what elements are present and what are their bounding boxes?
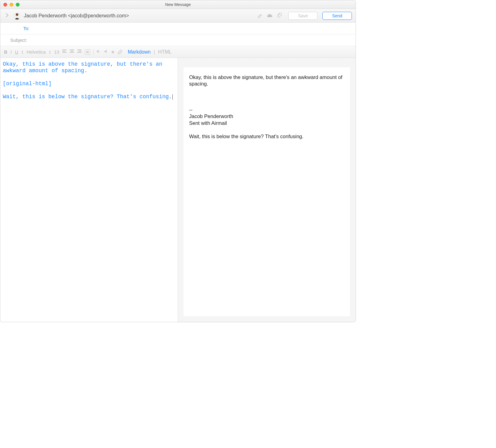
outdent-icon[interactable]: [97, 49, 101, 55]
send-button[interactable]: Send: [322, 12, 352, 20]
editor-line: Wait, this is below the signature? That'…: [3, 94, 173, 100]
save-button[interactable]: Save: [288, 12, 317, 20]
preview-paragraph: Okay, this is above the signature, but t…: [189, 74, 344, 87]
avatar[interactable]: [13, 12, 21, 20]
editor-line: Okay, this is above the signature, but t…: [3, 61, 166, 74]
format-toolbar: B I U ▲▼ Helvetica ▲▼ 13 Markdown | HTML: [0, 46, 356, 58]
italic-button[interactable]: I: [11, 49, 12, 55]
html-tab[interactable]: HTML: [158, 49, 172, 55]
svg-point-1: [16, 13, 18, 16]
size-stepper-icon[interactable]: ▲▼: [21, 50, 24, 54]
preview-content: Okay, this is above the signature, but t…: [184, 67, 350, 316]
window-titlebar: New Message: [0, 0, 356, 9]
link-icon[interactable]: [117, 49, 123, 55]
signature-separator: --: [189, 107, 344, 113]
align-center-icon[interactable]: [70, 49, 74, 55]
mode-separator: |: [154, 49, 155, 55]
chevron-right-icon[interactable]: [4, 12, 10, 19]
preview-paragraph: Wait, this is below the signature? That'…: [189, 133, 344, 140]
blockquote-icon[interactable]: [85, 49, 90, 55]
markdown-tab[interactable]: Markdown: [128, 49, 151, 55]
toolbar-divider: [93, 49, 94, 55]
from-address[interactable]: Jacob Penderworth <jacob@penderworth.com…: [24, 13, 129, 19]
to-label: To:: [5, 26, 29, 31]
subject-label: Subject:: [10, 37, 27, 43]
cloud-icon[interactable]: [267, 13, 273, 18]
attach-icon[interactable]: [277, 13, 282, 19]
minimize-button[interactable]: [10, 3, 13, 7]
bold-button[interactable]: B: [4, 49, 7, 55]
draft-icon[interactable]: [257, 13, 263, 19]
close-button[interactable]: [3, 3, 7, 7]
subject-row[interactable]: Subject:: [0, 34, 356, 46]
underline-button[interactable]: U: [15, 49, 18, 55]
font-size[interactable]: 13: [54, 49, 59, 55]
font-stepper-icon[interactable]: ▲▼: [49, 50, 51, 54]
align-left-icon[interactable]: [62, 49, 67, 55]
bullet-icon[interactable]: [112, 51, 114, 53]
preview-pane: Okay, this is above the signature, but t…: [178, 58, 356, 322]
font-selector[interactable]: Helvetica: [27, 49, 46, 55]
signature-client: Sent with Airmail: [189, 120, 344, 126]
signature-name: Jacob Penderworth: [189, 113, 344, 120]
indent-icon[interactable]: [104, 49, 108, 55]
traffic-lights: [3, 3, 20, 7]
zoom-button[interactable]: [16, 3, 20, 7]
markdown-editor[interactable]: Okay, this is above the signature, but t…: [0, 58, 178, 322]
align-right-icon[interactable]: [77, 49, 82, 55]
compose-header: Jacob Penderworth <jacob@penderworth.com…: [0, 9, 356, 23]
editor-line: [original-html]: [3, 81, 52, 87]
to-row[interactable]: To:: [0, 23, 356, 34]
window-title: New Message: [165, 2, 191, 7]
